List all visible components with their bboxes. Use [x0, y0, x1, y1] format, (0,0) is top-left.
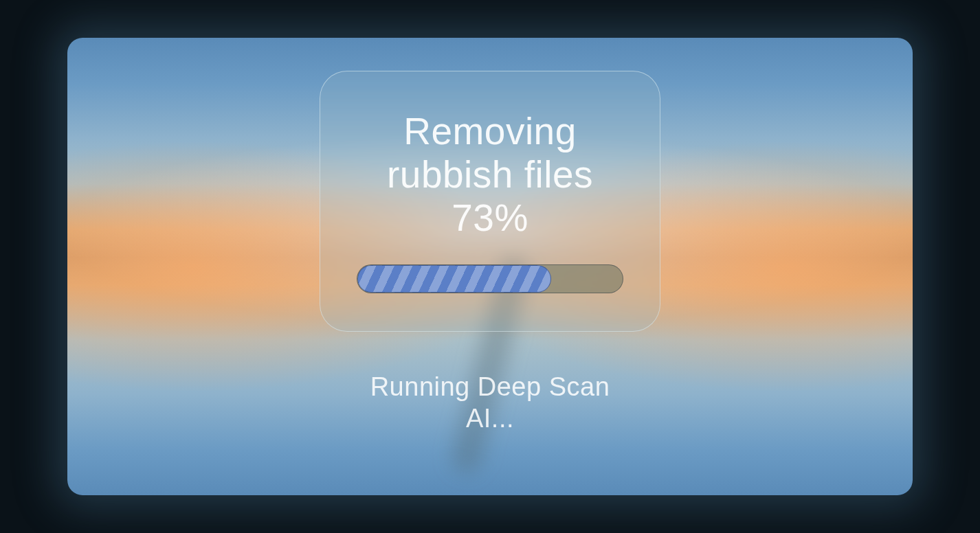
- progress-fill: [357, 265, 551, 293]
- status-line-2: AI...: [370, 403, 610, 435]
- status-line-1: Running Deep Scan: [370, 372, 610, 403]
- status-text: Running Deep Scan AI...: [370, 372, 610, 434]
- app-screen: Removing rubbish files 73% Running Deep …: [67, 38, 913, 495]
- dialog-percent: 73%: [452, 196, 528, 240]
- progress-dialog: Removing rubbish files 73%: [320, 71, 660, 332]
- progress-bar: [357, 264, 623, 293]
- dialog-title: Removing rubbish files: [339, 110, 641, 197]
